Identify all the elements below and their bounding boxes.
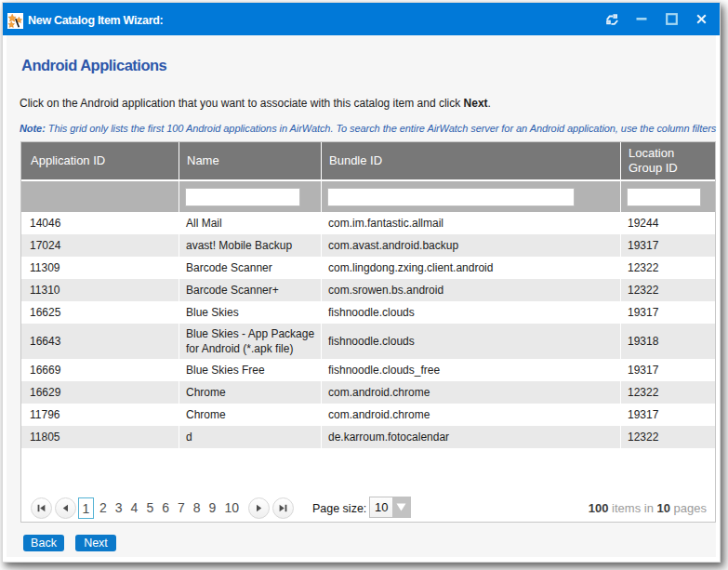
status-tail: pages (670, 501, 707, 515)
cell-location-group-id: 12322 (620, 279, 715, 301)
cell-bundle-id: fishnoodle.clouds (321, 301, 620, 324)
cell-application-id: 16625 (21, 301, 179, 324)
table-row[interactable]: 16625 Blue Skies fishnoodle.clouds 19317 (21, 301, 715, 324)
next-page-icon (256, 504, 262, 512)
cell-application-id: 14046 (21, 212, 179, 234)
status-mid: items in (608, 501, 656, 515)
cell-bundle-id: com.android.chrome (321, 404, 620, 426)
cell-location-group-id: 12322 (620, 381, 715, 404)
table-row[interactable]: 11310 Barcode Scanner+ com.srowen.bs.and… (21, 279, 715, 301)
page-button-10[interactable]: 10 (224, 500, 239, 515)
table-header-row: Application ID Name Bundle ID Location G… (21, 142, 715, 181)
page-size-dropdown[interactable]: 10 (369, 497, 411, 518)
cell-application-id: 16629 (21, 381, 179, 404)
cell-name: Chrome (179, 381, 321, 404)
last-page-button[interactable] (272, 497, 294, 519)
cell-name: Barcode Scanner+ (179, 279, 321, 301)
table-row[interactable]: 16629 Chrome com.android.chrome 12322 (21, 381, 715, 404)
screen: New Catalog Item Wizard: (0, 0, 728, 570)
page-title: Android Applications (21, 56, 716, 74)
back-button[interactable]: Back (23, 535, 64, 551)
note-body: This grid only lists the first 100 Andro… (46, 123, 716, 134)
filter-cell-name (179, 181, 321, 212)
cell-application-id: 11805 (21, 426, 179, 448)
page-button-4[interactable]: 4 (131, 500, 139, 515)
wizard-body: Android Applications Click on the Androi… (7, 35, 716, 523)
filter-row (21, 181, 715, 212)
page-button-2[interactable]: 2 (99, 500, 107, 515)
column-header-application-id[interactable]: Application ID (21, 142, 179, 181)
cell-bundle-id: com.avast.android.backup (321, 234, 620, 257)
page-button-3[interactable]: 3 (115, 500, 123, 515)
wizard-footer: Back Next (7, 523, 716, 557)
page-button-8[interactable]: 8 (193, 500, 201, 515)
titlebar-buttons (597, 2, 716, 35)
cell-bundle-id: fishnoodle.clouds (321, 324, 620, 359)
last-page-icon (279, 504, 287, 512)
cell-location-group-id: 19317 (620, 234, 715, 257)
item-count: 100 (589, 501, 609, 515)
table-row[interactable]: 16669 Blue Skies Free fishnoodle.clouds_… (21, 359, 715, 381)
previous-page-button[interactable] (55, 497, 76, 519)
wizard-window: New Catalog Item Wizard: (2, 2, 721, 563)
cell-location-group-id: 19317 (620, 404, 715, 426)
client-area: Android Applications Click on the Androi… (7, 35, 716, 557)
applications-table: Application ID Name Bundle ID Location G… (21, 142, 715, 448)
page-size-value: 10 (370, 497, 392, 517)
maximize-icon (666, 13, 678, 25)
note-text: Note: This grid only lists the first 100… (20, 122, 716, 135)
page-button-1[interactable]: 1 (78, 497, 94, 519)
cell-bundle-id: com.srowen.bs.android (321, 279, 620, 301)
page-button-7[interactable]: 7 (178, 500, 185, 515)
cell-location-group-id: 19318 (620, 324, 715, 359)
dropdown-arrow-icon (396, 503, 406, 511)
cell-name: avast! Mobile Backup (179, 234, 321, 257)
cell-location-group-id: 19317 (620, 359, 715, 381)
refresh-button[interactable] (597, 2, 627, 35)
pager-bar: 1 2 3 4 5 6 7 8 9 10 (21, 481, 715, 522)
cell-location-group-id: 19317 (620, 301, 715, 324)
previous-page-icon (62, 504, 69, 512)
page-button-6[interactable]: 6 (162, 500, 169, 515)
table-row[interactable]: 11805 d de.karroum.fotocalendar 12322 (21, 426, 715, 448)
table-row[interactable]: 11796 Chrome com.android.chrome 19317 (21, 404, 715, 426)
first-page-button[interactable] (31, 497, 52, 519)
cell-application-id: 11310 (21, 279, 179, 301)
table-row[interactable]: 16643 Blue Skies - App Package for Andro… (21, 324, 715, 359)
bundle-id-filter-input[interactable] (327, 188, 575, 206)
next-button[interactable]: Next (75, 535, 116, 551)
cell-application-id: 17024 (21, 234, 179, 257)
name-filter-input[interactable] (185, 188, 300, 206)
minimize-button[interactable] (627, 2, 656, 35)
filter-cell-location-group-id (620, 181, 715, 212)
maximize-button[interactable] (656, 2, 686, 35)
cell-application-id: 16669 (21, 359, 179, 381)
page-button-5[interactable]: 5 (146, 500, 153, 515)
column-header-bundle-id[interactable]: Bundle ID (321, 142, 620, 181)
close-icon (696, 14, 707, 24)
note-label: Note: (20, 123, 46, 134)
page-size-arrow-button[interactable] (392, 497, 410, 517)
cell-location-group-id: 19244 (620, 212, 715, 234)
table-row[interactable]: 17024 avast! Mobile Backup com.avast.and… (21, 234, 715, 257)
minimize-icon (636, 13, 647, 24)
cell-name: All Mail (179, 212, 321, 234)
titlebar[interactable]: New Catalog Item Wizard: (2, 2, 721, 35)
column-header-name[interactable]: Name (179, 142, 321, 181)
instruction-text: Click on the Android application that yo… (20, 97, 716, 111)
applications-grid: Application ID Name Bundle ID Location G… (20, 141, 716, 523)
cell-bundle-id: com.lingdong.zxing.client.android (321, 257, 620, 279)
next-page-button[interactable] (248, 497, 270, 519)
refresh-icon (606, 14, 618, 26)
cell-bundle-id: fishnoodle.clouds_free (321, 359, 620, 381)
cell-location-group-id: 12322 (620, 257, 715, 279)
column-header-location-group-id[interactable]: Location Group ID (620, 142, 715, 181)
page-button-9[interactable]: 9 (209, 500, 217, 515)
first-page-icon (37, 504, 46, 512)
table-row[interactable]: 14046 All Mail com.im.fantastic.allmail … (21, 212, 715, 234)
cell-location-group-id: 12322 (620, 426, 715, 448)
close-button[interactable] (686, 2, 716, 35)
cell-bundle-id: com.im.fantastic.allmail (321, 212, 620, 234)
location-group-id-filter-input[interactable] (627, 188, 701, 206)
table-row[interactable]: 11309 Barcode Scanner com.lingdong.zxing… (21, 257, 715, 279)
